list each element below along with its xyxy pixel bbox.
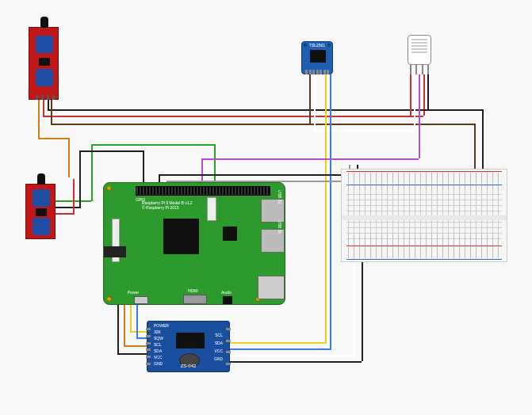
wire-black — [230, 361, 362, 363]
wire-orange — [124, 345, 147, 347]
mounting-hole-icon — [106, 185, 112, 191]
potentiometer-icon — [36, 36, 53, 53]
wire-yellow — [325, 74, 327, 344]
aux-pin-label: SDA — [215, 341, 223, 345]
ic-chip-icon — [39, 58, 50, 66]
wire-black — [79, 150, 81, 208]
aux-pin-label: VCC — [154, 355, 163, 360]
pin-header-icon — [410, 65, 429, 74]
wire-brown — [51, 124, 309, 125]
wire-black — [482, 109, 484, 171]
dht-grill-icon — [411, 39, 427, 53]
wire-yellow — [230, 342, 325, 344]
wire-orange — [68, 138, 70, 177]
wire-black — [143, 150, 144, 185]
wire-orange — [38, 100, 40, 139]
wire-brown — [51, 100, 52, 124]
wire-black — [48, 109, 482, 111]
aux-pin-label: SCL — [215, 333, 223, 337]
aux-pin-label: SDA — [154, 348, 162, 353]
pin-header-icon — [36, 95, 55, 100]
wire-red — [43, 100, 44, 116]
sensor-probe-icon — [37, 173, 45, 185]
potentiometer-icon — [33, 218, 50, 235]
wire-blue — [230, 348, 331, 350]
mounting-hole-icon — [106, 296, 112, 302]
aux-module: POWER 32K SQW SCL SDA VCC GND SCL SDA VC… — [147, 321, 230, 372]
pin-header-icon — [146, 328, 151, 365]
aux-subtitle: POWER — [154, 323, 169, 328]
wire-red — [73, 179, 75, 214]
aux-pin-label: GND — [214, 356, 223, 361]
sensor-module-bottom — [25, 184, 55, 239]
aux-module-label: ZS-042 — [147, 364, 229, 368]
sensor-probe-icon — [40, 17, 48, 28]
power-rail-icon — [346, 247, 502, 258]
wire-red — [410, 74, 411, 116]
wire-purple — [201, 158, 419, 160]
pin-header-icon — [226, 328, 231, 365]
i2c-sensor-module: TSL2561 — [301, 41, 333, 74]
wire-black — [159, 174, 358, 176]
power-rail-icon — [346, 234, 502, 246]
pin-header-icon — [305, 70, 329, 74]
center-gap-icon — [342, 215, 507, 220]
wire-orange — [38, 138, 68, 139]
hdmi-port-icon — [183, 295, 207, 304]
usb-label: USB 2x — [277, 190, 282, 204]
ethernet-port-icon — [258, 276, 285, 299]
wire-yellow — [130, 331, 147, 333]
dht-body-icon — [408, 35, 431, 65]
wire-black — [79, 150, 143, 152]
raspberry-pi-board: Raspberry Pi 3 Model B v1.2 © Raspberry … — [103, 182, 285, 305]
aux-pin-label: 32K — [154, 329, 161, 334]
wire-brown — [474, 124, 476, 171]
audio-jack-icon — [223, 296, 232, 304]
audio-label: Audio — [221, 290, 232, 295]
aux-pin-label: SCL — [154, 342, 162, 347]
aux-pin-label: VCC — [214, 348, 223, 353]
camera-connector-icon — [207, 197, 216, 221]
ram-chip-icon — [223, 227, 237, 241]
wire-green — [214, 144, 216, 185]
power-rail-icon — [346, 173, 502, 184]
wire-purple — [419, 74, 420, 158]
hdmi-label: HDMI — [188, 288, 198, 293]
ic-chip-icon — [310, 50, 326, 63]
potentiometer-icon — [33, 189, 50, 207]
wire-brown — [309, 74, 311, 124]
board-copyright-label: © Raspberry Pi 2015 — [142, 205, 178, 210]
wire-black — [48, 100, 49, 109]
wire-white — [230, 355, 354, 356]
wire-black — [55, 207, 81, 208]
wire-black — [427, 74, 429, 109]
breadboard — [341, 169, 507, 262]
aux-pin-label: SQW — [154, 336, 163, 341]
i2c-sensor-label: TSL2561 — [302, 43, 332, 48]
wire-white — [314, 130, 414, 131]
micro-usb-icon — [134, 296, 148, 304]
ic-chip-icon — [36, 208, 47, 216]
gpio-label: GPIO — [136, 197, 146, 202]
wiring-diagram-canvas: TSL2561 Raspberry Pi 3 M — [0, 0, 532, 415]
wire-white — [414, 74, 415, 130]
sensor-module-top — [29, 27, 59, 100]
usb-label: USB 2x — [277, 220, 282, 234]
wire-green — [91, 144, 215, 146]
wire-black — [117, 353, 147, 355]
wire-white — [314, 74, 316, 130]
wire-brown — [308, 124, 474, 125]
power-label: Power — [128, 290, 139, 295]
wire-red — [43, 116, 423, 117]
wire-red — [55, 213, 75, 215]
dht-sensor — [408, 35, 431, 74]
sd-slot-icon — [104, 246, 126, 257]
ic-chip-icon — [176, 333, 205, 348]
wire-green — [91, 144, 93, 201]
gpio-header-icon — [136, 186, 270, 196]
potentiometer-icon — [36, 69, 53, 86]
soc-chip-icon — [163, 219, 199, 254]
wire-blue — [330, 74, 331, 350]
